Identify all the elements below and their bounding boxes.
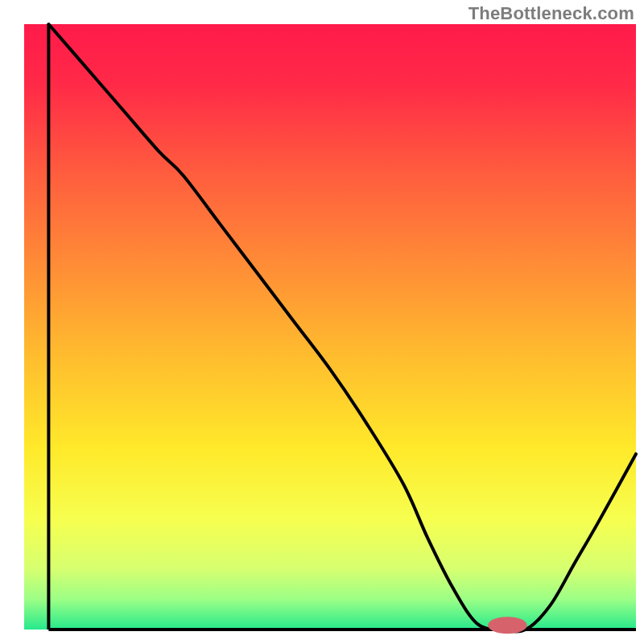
- plot-background: [24, 24, 636, 630]
- optimal-marker: [488, 617, 527, 634]
- attribution-label: TheBottleneck.com: [469, 3, 634, 24]
- bottleneck-chart: [0, 0, 644, 644]
- chart-container: TheBottleneck.com: [0, 0, 644, 644]
